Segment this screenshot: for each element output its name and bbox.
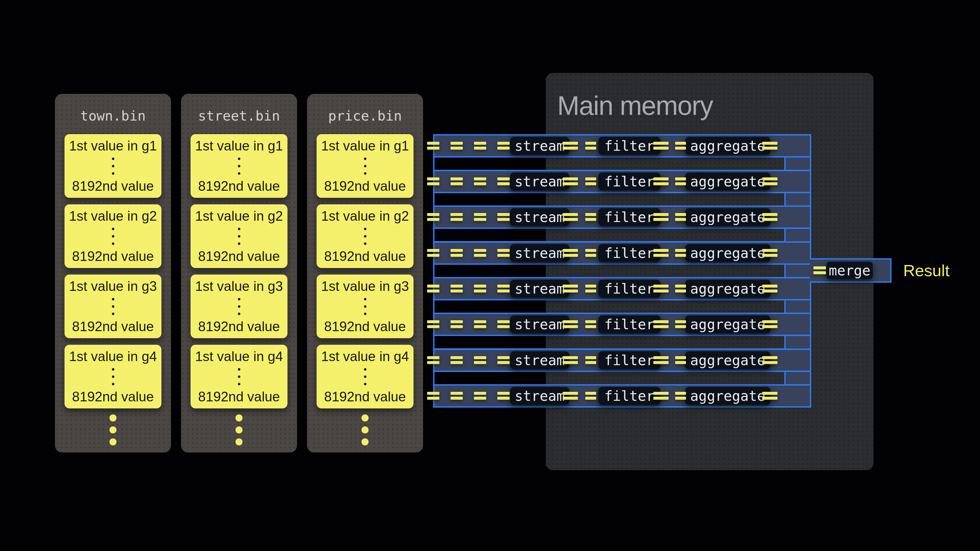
aggregate-operator: aggregate — [685, 208, 770, 226]
data-chunk-icon — [474, 284, 486, 292]
group-last-label: 8192nd value — [324, 178, 406, 194]
merge-band: merge — [810, 258, 891, 283]
vertical-ellipsis-icon — [112, 157, 115, 175]
data-chunk-icon — [653, 178, 668, 185]
data-chunk-icon — [675, 320, 686, 328]
stream-operator: stream — [510, 208, 569, 226]
data-chunk-icon — [585, 142, 596, 150]
stream-operator: stream — [510, 315, 569, 333]
memory-buffer-connector — [433, 156, 786, 171]
filter-operator: filter — [598, 173, 660, 191]
group-first-label: 1st value in g3 — [195, 278, 283, 294]
filter-operator: filter — [598, 244, 660, 262]
data-chunk-icon — [497, 249, 510, 257]
main-memory-title: Main memory — [557, 91, 713, 121]
stream-operator: stream — [510, 244, 569, 262]
pipeline-row-1: stream filter aggregate — [433, 134, 811, 157]
data-chunk-icon — [563, 284, 578, 292]
vertical-ellipsis-icon — [238, 368, 240, 385]
group-box-g1: 1st value in g1 8192nd value — [191, 134, 288, 198]
data-chunk-icon — [653, 392, 668, 400]
data-chunk-icon — [427, 213, 439, 221]
pipeline-row-4: stream filter aggregate — [433, 241, 811, 265]
more-groups-ellipsis-icon — [181, 414, 297, 445]
memory-buffer-connector — [433, 371, 786, 386]
group-first-label: 1st value in g1 — [195, 138, 283, 154]
filter-operator: filter — [598, 387, 660, 405]
data-chunk-icon — [427, 320, 439, 328]
group-list: 1st value in g1 8192nd value 1st value i… — [65, 134, 161, 408]
group-last-label: 8192nd value — [72, 319, 154, 334]
data-chunk-icon — [585, 178, 596, 185]
data-chunk-icon — [653, 142, 668, 150]
data-chunk-icon — [762, 392, 778, 400]
group-first-label: 1st value in g3 — [321, 278, 409, 294]
memory-buffer-connector — [433, 264, 786, 278]
group-box-g3: 1st value in g3 8192nd value — [317, 275, 414, 338]
vertical-ellipsis-icon — [364, 157, 366, 175]
group-first-label: 1st value in g1 — [69, 138, 157, 154]
data-chunk-icon — [563, 320, 578, 328]
group-box-g2: 1st value in g2 8192nd value — [317, 204, 414, 268]
group-box-g1: 1st value in g1 8192nd value — [317, 134, 414, 198]
file-panel-price: price.bin 1st value in g1 8192nd value 1… — [307, 94, 423, 453]
group-last-label: 8192nd value — [72, 178, 154, 194]
data-chunk-icon — [653, 320, 668, 328]
data-chunk-icon — [474, 249, 486, 257]
group-first-label: 1st value in g2 — [321, 208, 409, 224]
vertical-ellipsis-icon — [112, 228, 115, 245]
data-chunk-icon — [450, 249, 463, 257]
data-chunk-icon — [497, 142, 510, 150]
group-last-label: 8192nd value — [198, 178, 280, 194]
filter-operator: filter — [598, 315, 660, 333]
data-chunk-icon — [585, 356, 596, 364]
group-box-g3: 1st value in g3 8192nd value — [191, 275, 288, 338]
data-chunk-icon — [497, 392, 510, 400]
data-chunk-icon — [675, 284, 686, 292]
group-last-label: 8192nd value — [324, 319, 406, 334]
data-chunk-icon — [497, 213, 510, 221]
data-chunk-icon — [474, 392, 486, 400]
data-chunk-icon — [474, 142, 486, 150]
more-groups-ellipsis-icon — [55, 414, 171, 445]
data-chunk-icon — [497, 178, 510, 185]
data-chunk-icon — [675, 213, 686, 221]
vertical-ellipsis-icon — [238, 228, 240, 245]
pipeline-row-6: stream filter aggregate — [433, 313, 811, 336]
group-first-label: 1st value in g4 — [195, 349, 283, 364]
file-panel-town: town.bin 1st value in g1 8192nd value 1s… — [55, 94, 171, 453]
data-chunk-icon — [497, 320, 510, 328]
group-last-label: 8192nd value — [324, 248, 406, 264]
data-chunk-icon — [497, 284, 510, 292]
data-chunk-icon — [427, 178, 439, 185]
pipeline-row-7: stream filter aggregate — [433, 349, 811, 372]
group-box-g4: 1st value in g4 8192nd value — [191, 345, 288, 408]
stream-operator: stream — [510, 137, 569, 155]
data-chunk-icon — [450, 284, 463, 292]
data-chunk-icon — [427, 392, 439, 400]
data-chunk-icon — [427, 356, 439, 364]
data-chunk-icon — [813, 267, 826, 274]
data-chunk-icon — [474, 213, 486, 221]
memory-buffer-connector — [433, 227, 786, 243]
filter-operator: filter — [598, 280, 660, 298]
file-name-street: street.bin — [181, 108, 297, 124]
aggregate-operator: aggregate — [685, 351, 770, 369]
aggregate-operator: aggregate — [685, 137, 770, 155]
pipeline-row-2: stream filter aggregate — [433, 170, 811, 193]
vertical-ellipsis-icon — [364, 368, 366, 385]
data-chunk-icon — [450, 213, 463, 221]
data-chunk-icon — [450, 142, 463, 150]
group-first-label: 1st value in g4 — [69, 349, 157, 364]
data-chunk-icon — [762, 249, 778, 257]
file-name-town: town.bin — [55, 108, 171, 124]
group-list: 1st value in g1 8192nd value 1st value i… — [317, 134, 414, 408]
pipeline-row-3: stream filter aggregate — [433, 205, 811, 229]
data-chunk-icon — [563, 249, 578, 257]
data-chunk-icon — [497, 356, 510, 364]
data-chunk-icon — [762, 213, 778, 221]
filter-operator: filter — [598, 137, 660, 155]
group-box-g2: 1st value in g2 8192nd value — [65, 204, 161, 268]
data-chunk-icon — [653, 284, 668, 292]
group-first-label: 1st value in g2 — [69, 208, 157, 224]
